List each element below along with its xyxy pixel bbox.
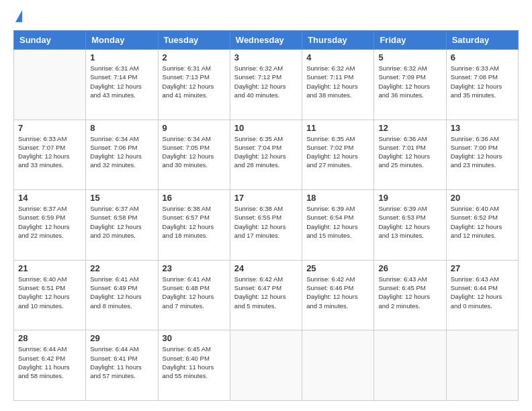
day-number: 10: [234, 123, 298, 133]
calendar-week-row: 21Sunrise: 6:40 AMSunset: 6:51 PMDayligh…: [14, 260, 519, 330]
calendar-cell: 3Sunrise: 6:32 AMSunset: 7:12 PMDaylight…: [230, 50, 302, 120]
day-number: 19: [378, 193, 441, 203]
day-info: Sunrise: 6:40 AMSunset: 6:52 PMDaylight:…: [451, 204, 514, 240]
calendar-cell: 25Sunrise: 6:42 AMSunset: 6:46 PMDayligh…: [302, 260, 374, 330]
calendar-cell: 4Sunrise: 6:32 AMSunset: 7:11 PMDaylight…: [302, 50, 374, 120]
calendar-cell: [374, 330, 446, 401]
day-number: 17: [234, 193, 298, 203]
logo: [13, 10, 22, 24]
day-number: 13: [451, 123, 514, 133]
calendar-cell: 12Sunrise: 6:36 AMSunset: 7:01 PMDayligh…: [374, 120, 446, 190]
day-number: 2: [163, 52, 226, 62]
day-number: 8: [90, 123, 153, 133]
day-number: 30: [163, 333, 226, 343]
day-number: 12: [378, 123, 441, 133]
day-info: Sunrise: 6:38 AMSunset: 6:57 PMDaylight:…: [163, 204, 226, 240]
calendar-cell: 11Sunrise: 6:35 AMSunset: 7:02 PMDayligh…: [302, 120, 374, 190]
calendar-cell: 29Sunrise: 6:44 AMSunset: 6:41 PMDayligh…: [86, 330, 158, 401]
day-number: 11: [306, 123, 369, 133]
day-info: Sunrise: 6:39 AMSunset: 6:54 PMDaylight:…: [306, 204, 369, 240]
calendar-cell: 13Sunrise: 6:36 AMSunset: 7:00 PMDayligh…: [446, 120, 518, 190]
day-number: 24: [234, 263, 298, 273]
day-info: Sunrise: 6:31 AMSunset: 7:13 PMDaylight:…: [163, 64, 226, 99]
calendar-cell: 30Sunrise: 6:45 AMSunset: 6:40 PMDayligh…: [158, 330, 230, 401]
day-info: Sunrise: 6:36 AMSunset: 7:01 PMDaylight:…: [378, 134, 441, 170]
weekday-header-sunday: Sunday: [14, 31, 86, 50]
day-info: Sunrise: 6:45 AMSunset: 6:40 PMDaylight:…: [163, 345, 226, 380]
day-info: Sunrise: 6:40 AMSunset: 6:51 PMDaylight:…: [18, 275, 81, 310]
day-number: 15: [90, 193, 153, 203]
weekday-header-tuesday: Tuesday: [158, 31, 230, 50]
calendar-cell: 9Sunrise: 6:34 AMSunset: 7:05 PMDaylight…: [158, 120, 230, 190]
calendar-cell: 21Sunrise: 6:40 AMSunset: 6:51 PMDayligh…: [14, 260, 86, 330]
calendar-cell: 10Sunrise: 6:35 AMSunset: 7:04 PMDayligh…: [230, 120, 302, 190]
day-info: Sunrise: 6:43 AMSunset: 6:44 PMDaylight:…: [451, 275, 514, 310]
day-info: Sunrise: 6:31 AMSunset: 7:14 PMDaylight:…: [90, 64, 153, 99]
calendar-week-row: 28Sunrise: 6:44 AMSunset: 6:42 PMDayligh…: [14, 330, 519, 401]
day-info: Sunrise: 6:32 AMSunset: 7:11 PMDaylight:…: [306, 64, 369, 99]
page: SundayMondayTuesdayWednesdayThursdayFrid…: [0, 0, 532, 411]
day-info: Sunrise: 6:33 AMSunset: 7:07 PMDaylight:…: [18, 134, 81, 170]
calendar-week-row: 1Sunrise: 6:31 AMSunset: 7:14 PMDaylight…: [14, 50, 519, 120]
calendar-cell: [302, 330, 374, 401]
calendar-cell: 7Sunrise: 6:33 AMSunset: 7:07 PMDaylight…: [14, 120, 86, 190]
calendar-cell: 5Sunrise: 6:32 AMSunset: 7:09 PMDaylight…: [374, 50, 446, 120]
weekday-header-wednesday: Wednesday: [230, 31, 302, 50]
day-info: Sunrise: 6:42 AMSunset: 6:46 PMDaylight:…: [306, 275, 369, 310]
calendar-cell: 26Sunrise: 6:43 AMSunset: 6:45 PMDayligh…: [374, 260, 446, 330]
calendar-cell: 22Sunrise: 6:41 AMSunset: 6:49 PMDayligh…: [86, 260, 158, 330]
day-info: Sunrise: 6:36 AMSunset: 7:00 PMDaylight:…: [451, 134, 514, 170]
day-number: 29: [90, 333, 153, 343]
day-number: 6: [451, 52, 514, 62]
day-info: Sunrise: 6:44 AMSunset: 6:41 PMDaylight:…: [90, 345, 153, 380]
day-number: 9: [163, 123, 226, 133]
calendar-cell: 19Sunrise: 6:39 AMSunset: 6:53 PMDayligh…: [374, 190, 446, 261]
weekday-header-saturday: Saturday: [446, 31, 518, 50]
calendar-cell: 16Sunrise: 6:38 AMSunset: 6:57 PMDayligh…: [158, 190, 230, 261]
day-info: Sunrise: 6:33 AMSunset: 7:08 PMDaylight:…: [451, 64, 514, 99]
day-number: 22: [90, 263, 153, 273]
day-number: 5: [378, 52, 441, 62]
calendar-cell: 23Sunrise: 6:41 AMSunset: 6:48 PMDayligh…: [158, 260, 230, 330]
day-info: Sunrise: 6:43 AMSunset: 6:45 PMDaylight:…: [378, 275, 441, 310]
calendar-cell: 27Sunrise: 6:43 AMSunset: 6:44 PMDayligh…: [446, 260, 518, 330]
calendar-cell: 20Sunrise: 6:40 AMSunset: 6:52 PMDayligh…: [446, 190, 518, 261]
logo-triangle-icon: [15, 10, 22, 22]
calendar-cell: 24Sunrise: 6:42 AMSunset: 6:47 PMDayligh…: [230, 260, 302, 330]
calendar-cell: 28Sunrise: 6:44 AMSunset: 6:42 PMDayligh…: [14, 330, 86, 401]
day-number: 1: [90, 52, 153, 62]
day-info: Sunrise: 6:35 AMSunset: 7:02 PMDaylight:…: [306, 134, 369, 170]
calendar-cell: 6Sunrise: 6:33 AMSunset: 7:08 PMDaylight…: [446, 50, 518, 120]
day-info: Sunrise: 6:41 AMSunset: 6:49 PMDaylight:…: [90, 275, 153, 310]
calendar-cell: [230, 330, 302, 401]
weekday-header-thursday: Thursday: [302, 31, 374, 50]
calendar-cell: 18Sunrise: 6:39 AMSunset: 6:54 PMDayligh…: [302, 190, 374, 261]
header: [13, 10, 519, 24]
day-number: 21: [18, 263, 81, 273]
calendar-cell: [14, 50, 86, 120]
day-number: 28: [18, 333, 81, 343]
calendar-table: SundayMondayTuesdayWednesdayThursdayFrid…: [13, 30, 519, 401]
day-number: 27: [451, 263, 514, 273]
day-number: 18: [306, 193, 369, 203]
calendar-cell: 14Sunrise: 6:37 AMSunset: 6:59 PMDayligh…: [14, 190, 86, 261]
day-info: Sunrise: 6:42 AMSunset: 6:47 PMDaylight:…: [234, 275, 298, 310]
day-number: 20: [451, 193, 514, 203]
calendar-cell: 17Sunrise: 6:38 AMSunset: 6:55 PMDayligh…: [230, 190, 302, 261]
day-number: 14: [18, 193, 81, 203]
day-info: Sunrise: 6:39 AMSunset: 6:53 PMDaylight:…: [378, 204, 441, 240]
weekday-header-monday: Monday: [86, 31, 158, 50]
day-info: Sunrise: 6:37 AMSunset: 6:58 PMDaylight:…: [90, 204, 153, 240]
day-info: Sunrise: 6:35 AMSunset: 7:04 PMDaylight:…: [234, 134, 298, 170]
day-number: 3: [234, 52, 298, 62]
day-number: 26: [378, 263, 441, 273]
calendar-cell: 1Sunrise: 6:31 AMSunset: 7:14 PMDaylight…: [86, 50, 158, 120]
day-info: Sunrise: 6:34 AMSunset: 7:05 PMDaylight:…: [163, 134, 226, 170]
day-number: 25: [306, 263, 369, 273]
calendar-week-row: 14Sunrise: 6:37 AMSunset: 6:59 PMDayligh…: [14, 190, 519, 261]
weekday-header-friday: Friday: [374, 31, 446, 50]
day-number: 23: [163, 263, 226, 273]
day-info: Sunrise: 6:37 AMSunset: 6:59 PMDaylight:…: [18, 204, 81, 240]
calendar-cell: 2Sunrise: 6:31 AMSunset: 7:13 PMDaylight…: [158, 50, 230, 120]
day-number: 4: [306, 52, 369, 62]
